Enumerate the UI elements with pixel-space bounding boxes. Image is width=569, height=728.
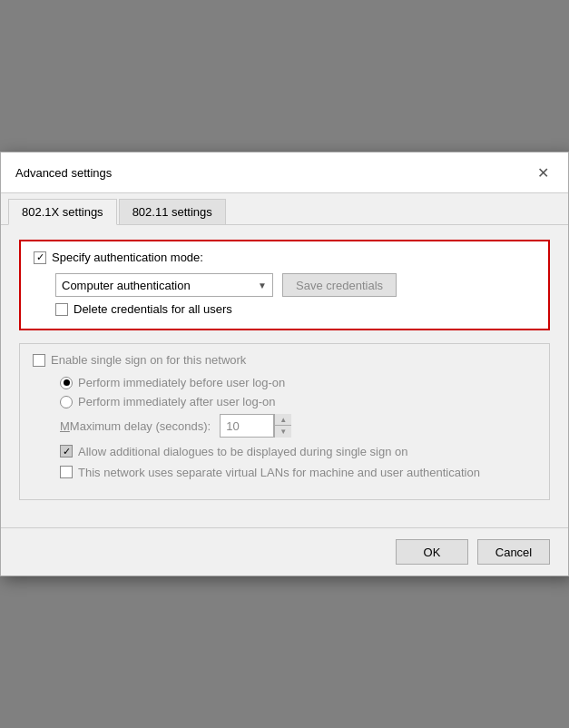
perform-after-radio[interactable] bbox=[60, 396, 73, 408]
spinner-wrapper: ▲ ▼ bbox=[220, 414, 291, 438]
close-button[interactable]: ✕ bbox=[532, 162, 554, 183]
enable-sso-row: Enable single sign on for this network bbox=[33, 353, 536, 367]
title-bar: Advanced settings ✕ bbox=[1, 152, 568, 193]
save-credentials-button[interactable]: Save credentials bbox=[282, 273, 397, 297]
enable-sso-checkbox[interactable] bbox=[33, 354, 45, 367]
cancel-button[interactable]: Cancel bbox=[477, 539, 550, 565]
allow-dialogues-label: Allow additional dialogues to be display… bbox=[78, 445, 408, 458]
tab-802-1x[interactable]: 802.1X settings bbox=[8, 199, 117, 225]
enable-sso-label: Enable single sign on for this network bbox=[51, 353, 246, 367]
content-area: Specify authentication mode: Computer au… bbox=[1, 225, 568, 527]
delete-credentials-label: Delete credentials for all users bbox=[74, 302, 232, 316]
vlan-row: This network uses separate virtual LANs … bbox=[60, 466, 536, 479]
spinner-down-button[interactable]: ▼ bbox=[275, 426, 291, 438]
delete-credentials-checkbox[interactable] bbox=[55, 303, 68, 316]
max-delay-underline: M bbox=[60, 419, 70, 433]
dialog-title: Advanced settings bbox=[15, 166, 112, 180]
perform-after-label: Perform immediately after user log-on bbox=[78, 395, 275, 408]
footer: OK Cancel bbox=[1, 527, 568, 576]
dropdown-row: Computer authentication ▼ Save credentia… bbox=[55, 273, 535, 297]
sso-group-box: Enable single sign on for this network P… bbox=[19, 343, 550, 500]
auth-mode-dropdown[interactable]: Computer authentication ▼ bbox=[55, 273, 273, 297]
perform-before-radio[interactable] bbox=[60, 377, 73, 389]
perform-after-row: Perform immediately after user log-on bbox=[60, 395, 536, 408]
spinner-arrows: ▲ ▼ bbox=[274, 414, 291, 438]
max-delay-label: MMaximum delay (seconds): bbox=[60, 419, 211, 433]
max-delay-row: MMaximum delay (seconds): ▲ ▼ bbox=[60, 414, 536, 438]
dropdown-arrow-icon: ▼ bbox=[258, 280, 267, 290]
perform-before-label: Perform immediately before user log-on bbox=[78, 376, 285, 389]
auth-group-box: Specify authentication mode: Computer au… bbox=[19, 240, 550, 330]
specify-auth-row: Specify authentication mode: bbox=[34, 251, 535, 264]
specify-auth-checkbox[interactable] bbox=[34, 251, 46, 264]
tab-802-11[interactable]: 802.11 settings bbox=[119, 199, 226, 224]
vlan-checkbox[interactable] bbox=[60, 466, 73, 478]
ok-button[interactable]: OK bbox=[396, 539, 468, 565]
spinner-up-button[interactable]: ▲ bbox=[275, 414, 291, 426]
specify-auth-label: Specify authentication mode: bbox=[52, 251, 203, 264]
specify-auth-checkbox-label[interactable]: Specify authentication mode: bbox=[34, 251, 203, 264]
max-delay-input[interactable] bbox=[220, 414, 274, 438]
advanced-settings-dialog: Advanced settings ✕ 802.1X settings 802.… bbox=[0, 152, 569, 576]
allow-dialogues-row: Allow additional dialogues to be display… bbox=[60, 445, 536, 458]
auth-mode-value: Computer authentication bbox=[62, 279, 191, 292]
delete-credentials-row[interactable]: Delete credentials for all users bbox=[55, 302, 535, 316]
tab-bar: 802.1X settings 802.11 settings bbox=[1, 193, 568, 225]
allow-dialogues-checkbox[interactable] bbox=[60, 445, 73, 457]
perform-before-row: Perform immediately before user log-on bbox=[60, 376, 536, 389]
vlan-label: This network uses separate virtual LANs … bbox=[78, 466, 480, 479]
